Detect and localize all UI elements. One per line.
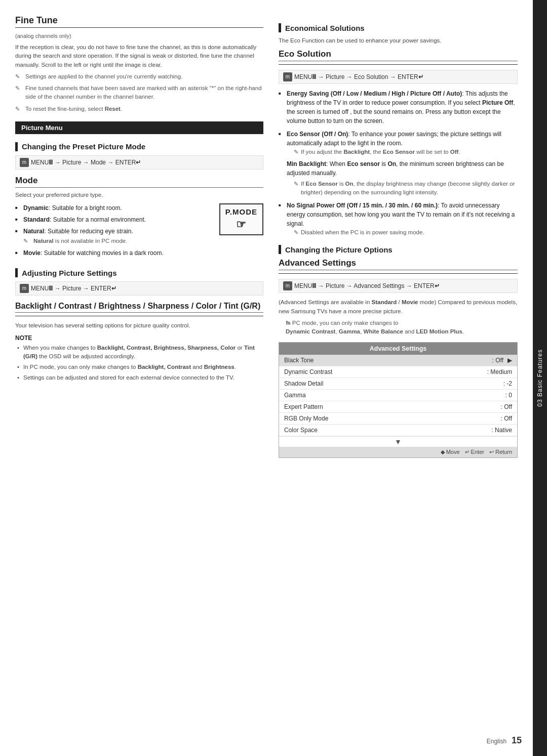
settings-row-color-space: Color Space : Native [279, 425, 517, 436]
settings-value-expert-pattern: : Off [501, 403, 512, 410]
settings-value-gamma: : 0 [505, 392, 512, 399]
eco-solution-menu-path: m MENUⅢ → Picture → Eco Solution → ENTER… [279, 70, 518, 84]
note-header: NOTE [15, 334, 263, 342]
settings-row-dynamic-contrast: Dynamic Contrast : Medium [279, 366, 517, 378]
subsection-bar-2 [15, 268, 18, 277]
side-tab-text: 03 Basic Features [536, 349, 543, 407]
eco-energy-saving: Energy Saving (Off / Low / Medium / High… [279, 89, 518, 125]
mode-list: Dynamic: Suitable for a bright room. Sta… [15, 203, 214, 260]
fine-tune-section: Fine Tune (analog channels only) If the … [15, 15, 263, 113]
mode-item-natural: Natural: Suitable for reducing eye strai… [15, 227, 214, 245]
menu-icon-eco: m [283, 72, 292, 81]
settings-value-black-tone: : Off [492, 357, 503, 364]
adjusting-menu-path: m MENUⅢ → Picture → ENTER↵ [15, 281, 263, 296]
eco-no-signal: No Signal Power Off (Off / 15 min. / 30 … [279, 201, 518, 237]
settings-row-expert-pattern: Expert Pattern : Off [279, 401, 517, 413]
economical-title: Economical Solutions [285, 24, 365, 32]
fine-tune-note-1: Settings are applied to the channel you'… [15, 72, 263, 81]
picture-menu-bar: Picture Menu [15, 121, 263, 134]
backlight-note-3: Settings can be adjusted and stored for … [15, 373, 263, 382]
advanced-settings-box: Advanced Settings Black Tone : Off ▶ Dyn… [279, 342, 518, 458]
advanced-settings-body: (Advanced Settings are available in Stan… [279, 298, 518, 316]
mode-title: Mode [15, 176, 263, 188]
adjusting-header: Adjusting Picture Settings [15, 268, 263, 277]
pmode-hand: ☞ [225, 218, 257, 231]
pmode-label: P.MODE [225, 207, 257, 216]
settings-label-dynamic-contrast: Dynamic Contrast [284, 368, 487, 375]
settings-label-shadow-detail: Shadow Detail [284, 380, 503, 387]
changing-preset-menu-path: m MENUⅢ → Picture → Mode → ENTER↵ [15, 155, 263, 170]
settings-label-black-tone: Black Tone [284, 357, 492, 364]
settings-row-gamma: Gamma : 0 [279, 390, 517, 401]
settings-row-shadow-detail: Shadow Detail : -2 [279, 378, 517, 390]
eco-solution-title: Eco Solution [279, 49, 518, 61]
settings-arrow-black-tone: ▶ [507, 357, 512, 364]
adjusting-section: Adjusting Picture Settings m MENUⅢ → Pic… [15, 268, 263, 296]
changing-preset-path-text: MENUⅢ → Picture → Mode → ENTER↵ [31, 159, 141, 166]
backlight-title: Backlight / Contrast / Brightness / Shar… [15, 302, 263, 313]
changing-preset-header: Changing the Preset Picture Mode [15, 142, 263, 151]
footer-enter: ↵ Enter [465, 449, 484, 455]
menu-icon-adv: m [283, 281, 292, 290]
changing-picture-options-header: Changing the Picture Options [279, 245, 518, 254]
backlight-section: Backlight / Contrast / Brightness / Shar… [15, 302, 263, 382]
advanced-settings-box-title: Advanced Settings [279, 343, 517, 355]
mode-item-dynamic: Dynamic: Suitable for a bright room. [15, 203, 214, 213]
backlight-note-2: In PC mode, you can only make changes to… [15, 363, 263, 371]
eco-sensor: Eco Sensor (Off / On): To enhance your p… [279, 130, 518, 197]
changing-picture-options-title: Changing the Picture Options [285, 245, 393, 254]
settings-label-color-space: Color Space [284, 427, 491, 434]
subsection-bar [15, 142, 18, 151]
scroll-indicator: ▼ [279, 436, 517, 447]
economical-section: Economical Solutions The Eco Function ca… [279, 23, 518, 45]
footer-move: ◆ Move [441, 449, 460, 455]
page-num: 15 [512, 735, 522, 745]
settings-value-shadow-detail: : -2 [503, 380, 512, 387]
eco-sensor-note1: If you adjust the Backlight, the Eco Sen… [287, 148, 518, 156]
advanced-settings-menu-path: m MENUⅢ → Picture → Advanced Settings → … [279, 279, 518, 293]
settings-value-rgb-only-mode: : Off [501, 415, 512, 422]
changing-picture-options-section: Changing the Picture Options [279, 245, 518, 254]
settings-label-gamma: Gamma [284, 392, 505, 399]
adjusting-title: Adjusting Picture Settings [22, 269, 117, 277]
fine-tune-note-2: Fine tuned channels that have been saved… [15, 84, 263, 102]
mode-item-movie: Movie: Suitable for watching movies in a… [15, 248, 214, 258]
mode-section: Mode Select your preferred picture type.… [15, 176, 263, 261]
pmode-box: P.MODE ☞ [219, 203, 263, 235]
eco-solution-section: Eco Solution m MENUⅢ → Picture → Eco Sol… [279, 49, 518, 237]
changing-preset-title: Changing the Preset Picture Mode [22, 142, 145, 151]
language-label: English [487, 738, 506, 745]
advanced-settings-title: Advanced Settings [279, 258, 518, 270]
advanced-settings-path-text: MENUⅢ → Picture → Advanced Settings → EN… [294, 282, 440, 289]
fine-tune-body: If the reception is clear, you do not ha… [15, 43, 263, 69]
mode-subtitle: Select your preferred picture type. [15, 191, 263, 199]
settings-label-expert-pattern: Expert Pattern [284, 403, 501, 410]
eco-path-text: MENUⅢ → Picture → Eco Solution → ENTER↵ [294, 73, 423, 80]
natural-note: Natural is not available in PC mode. [23, 237, 214, 245]
economical-body: The Eco Function can be used to enhance … [279, 36, 518, 45]
box-footer: ◆ Move ↵ Enter ↩ Return [279, 447, 517, 457]
adjusting-path-text: MENUⅢ → Picture → ENTER↵ [31, 285, 116, 292]
min-backlight-text: Min Backlight: When Eco sensor is On, th… [287, 159, 518, 178]
side-tab: 03 Basic Features [533, 0, 547, 756]
fine-tune-title: Fine Tune [15, 15, 263, 26]
menu-icon: m [20, 158, 29, 167]
backlight-note-1: When you make changes to Backlight, Cont… [15, 344, 263, 361]
eco-sensor-note2: If Eco Sensor is On, the display brightn… [287, 180, 518, 197]
settings-row-black-tone: Black Tone : Off ▶ [279, 355, 517, 366]
economical-header: Economical Solutions [279, 23, 518, 32]
advanced-settings-section: Advanced Settings m MENUⅢ → Picture → Ad… [279, 258, 518, 458]
subsection-bar-eco [279, 23, 281, 32]
footer-return: ↩ Return [489, 449, 512, 455]
menu-icon-2: m [20, 284, 29, 293]
settings-value-color-space: : Native [491, 427, 512, 434]
subsection-bar-cpo [279, 245, 281, 254]
settings-value-dynamic-contrast: : Medium [487, 368, 512, 375]
no-signal-note: Disabled when the PC is in power saving … [287, 228, 518, 237]
settings-row-rgb-only-mode: RGB Only Mode : Off [279, 413, 517, 425]
fine-tune-note-3: To reset the fine-tuning, select Reset. [15, 105, 263, 113]
page-number: English 15 [487, 735, 522, 746]
advanced-settings-pc-note: In PC mode, you can only make changes to… [279, 319, 518, 337]
mode-item-standard: Standard: Suitable for a normal environm… [15, 215, 214, 224]
backlight-body: Your television has several setting opti… [15, 321, 263, 330]
